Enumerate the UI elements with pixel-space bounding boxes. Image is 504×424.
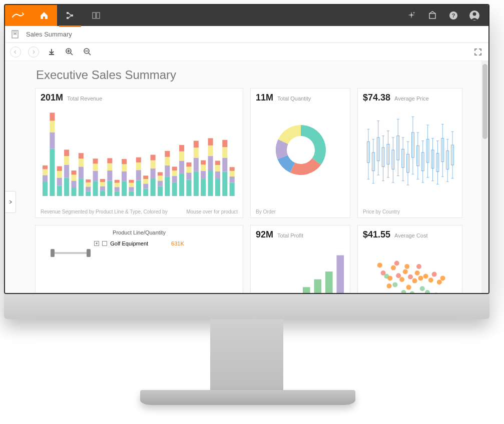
svg-rect-104 bbox=[201, 164, 206, 171]
svg-rect-95 bbox=[186, 172, 191, 180]
svg-rect-30 bbox=[71, 188, 76, 196]
svg-rect-63 bbox=[129, 187, 134, 192]
bookmark-icon[interactable] bbox=[11, 30, 19, 39]
svg-rect-6 bbox=[429, 14, 435, 18]
svg-point-228 bbox=[387, 284, 392, 288]
svg-rect-115 bbox=[222, 158, 227, 172]
checkbox-icon[interactable] bbox=[102, 241, 107, 246]
svg-rect-75 bbox=[151, 168, 156, 179]
svg-rect-119 bbox=[230, 176, 235, 183]
zoom-in-button[interactable] bbox=[64, 46, 75, 58]
avgcost-scatter-chart[interactable] bbox=[363, 242, 458, 293]
svg-rect-38 bbox=[86, 192, 91, 196]
svg-point-206 bbox=[391, 266, 396, 270]
svg-rect-41 bbox=[86, 180, 91, 182]
expand-icon[interactable]: + bbox=[94, 241, 99, 246]
svg-rect-32 bbox=[71, 175, 76, 181]
svg-rect-111 bbox=[215, 172, 220, 179]
svg-rect-42 bbox=[93, 181, 98, 196]
price-boxplot-chart[interactable] bbox=[363, 105, 458, 195]
scrollbar-thumb[interactable] bbox=[482, 64, 487, 139]
expand-sidebar-button[interactable] bbox=[5, 191, 16, 213]
tree-row[interactable]: + Golf Equipment 631K bbox=[41, 240, 238, 246]
svg-point-213 bbox=[408, 274, 413, 280]
svg-rect-91 bbox=[179, 160, 184, 174]
svg-rect-48 bbox=[100, 182, 105, 186]
user-avatar-icon[interactable] bbox=[464, 10, 484, 21]
svg-rect-26 bbox=[64, 178, 69, 196]
svg-rect-44 bbox=[93, 164, 98, 170]
svg-rect-15 bbox=[43, 175, 48, 182]
svg-rect-108 bbox=[208, 146, 213, 156]
svg-rect-35 bbox=[79, 166, 84, 178]
svg-rect-2 bbox=[67, 17, 69, 19]
vertical-scrollbar[interactable] bbox=[481, 61, 488, 293]
tree-nav-button[interactable] bbox=[57, 5, 83, 26]
svg-rect-66 bbox=[136, 180, 141, 196]
svg-rect-105 bbox=[201, 160, 206, 165]
nav-back-button[interactable] bbox=[10, 46, 21, 58]
sparkle-icon[interactable] bbox=[401, 10, 421, 20]
svg-rect-79 bbox=[158, 180, 163, 186]
svg-rect-200 bbox=[325, 272, 333, 293]
quantity-donut-chart[interactable] bbox=[256, 105, 346, 190]
svg-rect-1 bbox=[67, 12, 69, 14]
svg-rect-52 bbox=[107, 164, 112, 170]
avgprice-label: Average Price bbox=[394, 96, 429, 102]
svg-rect-65 bbox=[129, 180, 134, 183]
svg-rect-49 bbox=[100, 179, 105, 182]
revenue-card: 201M Total Revenue Revenue Segmented by … bbox=[35, 88, 243, 218]
svg-rect-36 bbox=[79, 158, 84, 166]
svg-rect-11 bbox=[12, 30, 18, 38]
book-nav-button[interactable] bbox=[83, 5, 109, 26]
svg-rect-25 bbox=[57, 166, 62, 171]
box-icon[interactable] bbox=[422, 10, 442, 20]
range-slider[interactable] bbox=[51, 248, 91, 258]
svg-rect-69 bbox=[136, 158, 141, 162]
svg-rect-77 bbox=[151, 155, 156, 160]
svg-point-207 bbox=[392, 282, 397, 287]
nav-forward-button[interactable] bbox=[28, 46, 39, 58]
revenue-footer-right: Mouse over for product bbox=[186, 209, 238, 214]
help-icon[interactable]: ? bbox=[443, 10, 463, 20]
svg-rect-24 bbox=[57, 171, 62, 178]
brand-logo-icon[interactable] bbox=[5, 5, 31, 26]
svg-point-217 bbox=[418, 276, 423, 280]
svg-rect-118 bbox=[230, 183, 235, 196]
svg-rect-59 bbox=[122, 172, 127, 182]
svg-rect-96 bbox=[186, 166, 191, 172]
svg-rect-46 bbox=[100, 191, 105, 196]
svg-rect-81 bbox=[158, 172, 163, 176]
home-nav-button[interactable] bbox=[31, 5, 57, 26]
svg-rect-3 bbox=[71, 14, 73, 16]
svg-rect-113 bbox=[215, 160, 220, 165]
svg-point-212 bbox=[406, 285, 411, 290]
svg-rect-57 bbox=[115, 180, 120, 183]
svg-point-223 bbox=[433, 292, 438, 293]
svg-rect-64 bbox=[129, 183, 134, 188]
svg-rect-101 bbox=[194, 141, 199, 148]
svg-rect-83 bbox=[165, 166, 170, 177]
svg-point-205 bbox=[387, 276, 392, 280]
profit-bar-chart[interactable] bbox=[256, 242, 346, 293]
svg-rect-82 bbox=[165, 177, 170, 196]
svg-point-216 bbox=[415, 270, 420, 276]
zoom-out-button[interactable] bbox=[82, 46, 93, 58]
svg-point-215 bbox=[412, 278, 417, 284]
svg-rect-54 bbox=[115, 192, 120, 196]
svg-point-10 bbox=[473, 12, 476, 16]
fullscreen-button[interactable] bbox=[472, 46, 483, 58]
svg-rect-67 bbox=[136, 170, 141, 180]
svg-rect-114 bbox=[222, 172, 227, 196]
revenue-chart[interactable] bbox=[41, 105, 239, 205]
tree-item-value: 631K bbox=[171, 240, 184, 246]
svg-rect-33 bbox=[71, 170, 76, 175]
svg-rect-68 bbox=[136, 162, 141, 170]
download-button[interactable] bbox=[46, 46, 57, 58]
svg-point-214 bbox=[409, 292, 414, 293]
quantity-card: 11M Total Quantity By Order bbox=[250, 88, 350, 218]
svg-rect-88 bbox=[172, 170, 177, 176]
svg-rect-76 bbox=[151, 160, 156, 168]
tree-item-label: Golf Equipment bbox=[110, 240, 148, 246]
svg-rect-40 bbox=[86, 182, 91, 187]
